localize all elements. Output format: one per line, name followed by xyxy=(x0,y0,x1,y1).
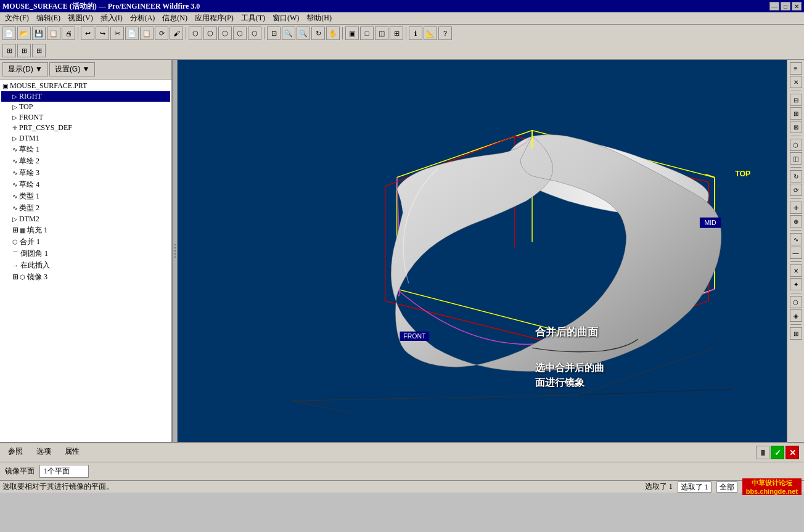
tree-item-1[interactable]: ▷TOP xyxy=(1,102,170,112)
tree-item-7[interactable]: ∿草绘 3 xyxy=(1,167,170,179)
rs-btn-12[interactable]: ∿ xyxy=(790,233,802,245)
menu-help[interactable]: 帮助(H) xyxy=(303,12,335,25)
tree-item-12[interactable]: ⊞▦填充 1 xyxy=(1,224,170,236)
rs-btn-6[interactable]: ⬡ xyxy=(790,139,802,151)
tree-item-0[interactable]: ▷RIGHT xyxy=(1,91,170,102)
tree-item-15[interactable]: →在此插入 xyxy=(1,260,170,271)
tree-item-8[interactable]: ∿草绘 4 xyxy=(1,179,170,190)
cancel-button[interactable]: ✕ xyxy=(786,446,799,459)
tree-item-16[interactable]: ⊞⬡镜像 3 xyxy=(1,271,170,283)
tb-rotate[interactable]: ↻ xyxy=(311,27,325,40)
tree-item-11[interactable]: ▷DTM2 xyxy=(1,214,170,224)
tb-pan[interactable]: ✋ xyxy=(326,27,340,40)
tb-cut[interactable]: ✂ xyxy=(110,27,124,40)
tree-item-5[interactable]: ∿草绘 1 xyxy=(1,144,170,155)
window-controls[interactable]: — □ ✕ xyxy=(769,2,802,10)
tree-item-4[interactable]: ▷DTM1 xyxy=(1,133,170,144)
pause-button[interactable]: ⏸ xyxy=(756,446,769,459)
status-filter[interactable]: 全部 xyxy=(716,481,737,493)
rs-btn-13[interactable]: — xyxy=(790,247,802,259)
tb-datum3[interactable]: ⬡ xyxy=(218,27,232,40)
tree-root[interactable]: ▣ MOUSE_SURFACE.PRT xyxy=(1,81,170,91)
close-button[interactable]: ✕ xyxy=(792,2,802,10)
tree-item-14[interactable]: ⌒倒圆角 1 xyxy=(1,248,170,260)
tb-dim[interactable]: ⊞ xyxy=(390,27,403,40)
rs-btn-18[interactable]: ⊞ xyxy=(790,327,802,340)
tb-datum5[interactable]: ⬡ xyxy=(248,27,261,40)
menu-analysis[interactable]: 分析(A) xyxy=(126,12,159,25)
tab-properties[interactable]: 属性 xyxy=(59,444,85,460)
tb-copy[interactable]: 📄 xyxy=(125,27,139,40)
menu-tools[interactable]: 工具(T) xyxy=(237,12,269,25)
rs-btn-7[interactable]: ◫ xyxy=(790,152,802,165)
tb-zoom-fit[interactable]: ⊡ xyxy=(267,27,281,40)
tb-datum4[interactable]: ⬡ xyxy=(233,27,247,40)
tb-regenerate[interactable]: ⟳ xyxy=(155,27,168,40)
menu-info[interactable]: 信息(N) xyxy=(158,12,191,25)
rs-btn-3[interactable]: ⊟ xyxy=(790,94,802,106)
expand-icon-16[interactable]: ⊞ xyxy=(12,272,18,282)
tb-redo[interactable]: ↪ xyxy=(96,27,109,40)
status-selection[interactable]: 选取了 1 xyxy=(678,481,712,493)
tb-save2[interactable]: 📋 xyxy=(47,27,60,40)
maximize-button[interactable]: □ xyxy=(781,2,790,10)
tb-undo[interactable]: ↩ xyxy=(81,27,94,40)
tree-item-10[interactable]: ∿类型 2 xyxy=(1,202,170,214)
rs-btn-2[interactable]: ✕ xyxy=(790,76,802,88)
expand-icon-12[interactable]: ⊞ xyxy=(12,226,18,235)
tb-new[interactable]: 📄 xyxy=(2,27,16,40)
rs-btn-5[interactable]: ⊠ xyxy=(790,121,802,133)
rs-btn-16[interactable]: ⬡ xyxy=(790,296,802,308)
tree-item-13[interactable]: ⬡合并 1 xyxy=(1,236,170,248)
rs-btn-11[interactable]: ⊕ xyxy=(790,215,802,227)
rs-btn-14[interactable]: ✕ xyxy=(790,264,802,277)
rs-btn-8[interactable]: ↻ xyxy=(790,170,802,182)
rs-btn-10[interactable]: ✛ xyxy=(790,202,802,214)
display-dropdown[interactable]: 显示(D) ▼ xyxy=(2,62,48,76)
tb-print[interactable]: 🖨 xyxy=(62,27,75,40)
tb-measure[interactable]: 📐 xyxy=(424,27,437,40)
tb2-1[interactable]: ⊞ xyxy=(2,44,16,57)
tb2-2[interactable]: ⊞ xyxy=(17,44,31,57)
tb-question[interactable]: ? xyxy=(438,27,452,40)
resize-dot xyxy=(174,253,176,255)
tb-open[interactable]: 📂 xyxy=(17,27,31,40)
tb-save[interactable]: 💾 xyxy=(32,27,46,40)
tab-options[interactable]: 选项 xyxy=(31,444,57,460)
tree-item-2[interactable]: ▷FRONT xyxy=(1,112,170,123)
tb-info[interactable]: ℹ xyxy=(409,27,422,40)
tab-reference[interactable]: 参照 xyxy=(2,444,28,460)
tb2-3[interactable]: ⊞ xyxy=(32,44,46,57)
rs-btn-1[interactable]: ≡ xyxy=(790,62,802,75)
ok-button[interactable]: ✓ xyxy=(771,446,784,459)
tree-item-9[interactable]: ∿类型 1 xyxy=(1,190,170,202)
menu-apps[interactable]: 应用程序(P) xyxy=(191,12,237,25)
menu-insert[interactable]: 插入(I) xyxy=(97,12,126,25)
tree-item-6[interactable]: ∿草绘 2 xyxy=(1,155,170,167)
rs-btn-15[interactable]: ✦ xyxy=(790,278,802,290)
tb-repaint[interactable]: 🖌 xyxy=(170,27,183,40)
rs-btn-9[interactable]: ⟳ xyxy=(790,184,802,196)
menu-view[interactable]: 视图(V) xyxy=(64,12,97,25)
tb-wire[interactable]: □ xyxy=(360,27,374,40)
resize-handle[interactable] xyxy=(173,60,178,442)
menu-file[interactable]: 文件(F) xyxy=(1,12,33,25)
minimize-button[interactable]: — xyxy=(769,2,779,10)
tb-zoom-out[interactable]: 🔍 xyxy=(297,27,310,40)
tree-item-icon-10: ∿ xyxy=(12,205,17,211)
tb-hidden[interactable]: ◫ xyxy=(375,27,388,40)
tb-datum1[interactable]: ⬡ xyxy=(189,27,202,40)
settings-dropdown[interactable]: 设置(G) ▼ xyxy=(49,62,96,76)
tree-item-3[interactable]: ✛PRT_CSYS_DEF xyxy=(1,123,170,133)
tb-zoom-in[interactable]: 🔍 xyxy=(282,27,295,40)
tb-paste[interactable]: 📋 xyxy=(140,27,154,40)
viewport[interactable]: MID TOP FRONT 合并后的曲面 选中合并后的曲面进行镜象 xyxy=(178,60,787,442)
rs-btn-17[interactable]: ◈ xyxy=(790,309,802,322)
menu-edit[interactable]: 编辑(E) xyxy=(33,12,64,25)
tb-shade[interactable]: ▣ xyxy=(345,27,359,40)
rs-btn-4[interactable]: ⊞ xyxy=(790,107,802,120)
watermark: 中草设计论坛 bbs.chingde.net xyxy=(742,478,802,495)
tb-datum2[interactable]: ⬡ xyxy=(203,27,217,40)
tree-item-icon-9: ∿ xyxy=(12,193,17,200)
menu-window[interactable]: 窗口(W) xyxy=(269,12,303,25)
